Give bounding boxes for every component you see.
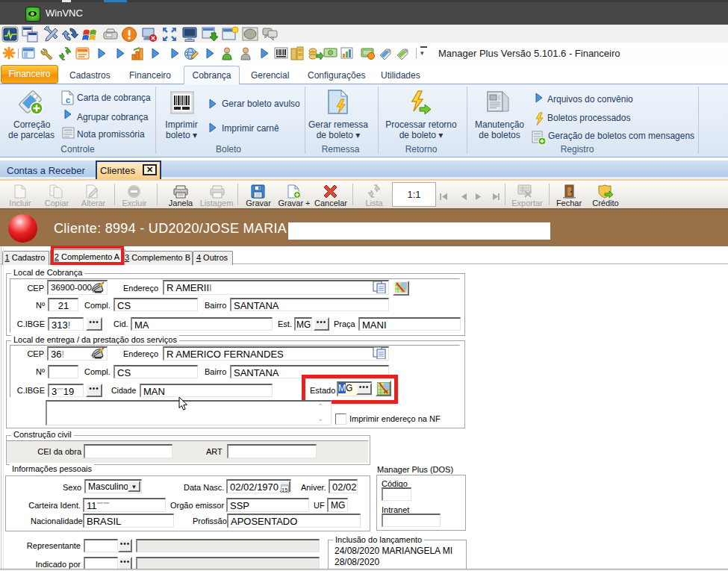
svg-text:c: c bbox=[66, 96, 70, 104]
svg-text:15: 15 bbox=[281, 487, 287, 493]
